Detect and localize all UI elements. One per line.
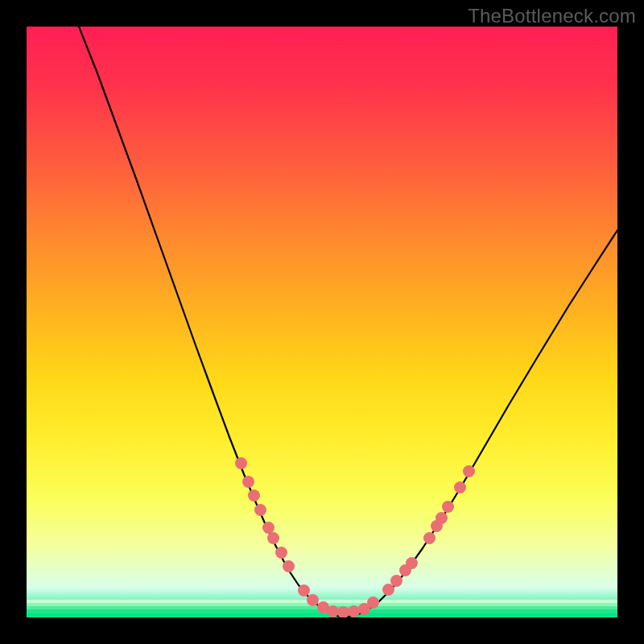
data-point-left <box>307 594 319 606</box>
outer-frame: TheBottleneck.com <box>0 0 644 644</box>
data-point-right <box>463 465 475 477</box>
data-point-left <box>248 489 260 502</box>
bottleneck-curve <box>27 27 617 617</box>
data-point-right <box>406 557 418 569</box>
data-point-left <box>298 584 310 597</box>
watermark-text: TheBottleneck.com <box>468 5 636 27</box>
data-point-right <box>390 575 402 587</box>
data-point-left <box>283 560 295 572</box>
data-point-right <box>436 512 448 524</box>
data-point-right <box>442 501 454 513</box>
plot-area <box>27 27 617 617</box>
curve-right-path <box>341 230 617 617</box>
data-point-left <box>275 547 287 559</box>
data-point-left <box>242 476 254 488</box>
data-point-left <box>235 457 247 469</box>
data-point-right <box>367 597 379 609</box>
data-point-left <box>254 504 266 516</box>
curve-left-path <box>79 27 341 617</box>
data-point-right <box>423 532 436 544</box>
data-point-left <box>267 532 279 544</box>
data-point-right <box>454 481 466 493</box>
